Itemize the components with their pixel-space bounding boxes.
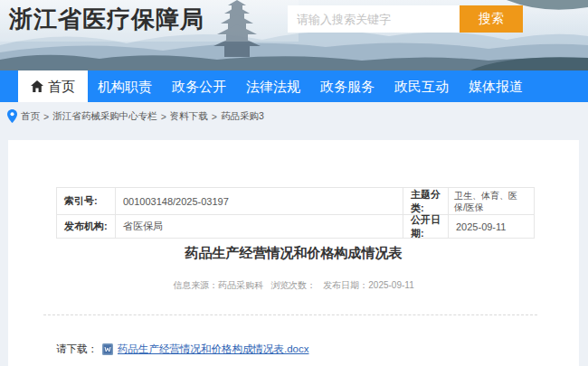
breadcrumb-separator: > bbox=[161, 111, 166, 122]
download-label: 请下载： bbox=[56, 343, 98, 356]
article-title: 药品生产经营情况和价格构成情况表 bbox=[8, 245, 579, 262]
nav-item-home[interactable]: 首页 bbox=[18, 70, 88, 102]
meta-category-label: 主题分类: bbox=[403, 188, 449, 215]
download-row: 请下载： 药品生产经营情况和价格构成情况表.docx bbox=[56, 343, 309, 356]
nav-item-gov-disclosure[interactable]: 政务公开 bbox=[162, 70, 236, 102]
nav-item-gov-services[interactable]: 政务服务 bbox=[310, 70, 384, 102]
info-source-value: 药品采购科 bbox=[218, 280, 263, 290]
page: 浙江省医疗保障局 搜索 首页 机构职责 政务公开 法律法规 政务服务 政民互动 … bbox=[0, 0, 588, 366]
breadcrumb-item-downloads[interactable]: 资料下载 bbox=[170, 110, 208, 123]
home-icon bbox=[31, 80, 43, 92]
meta-category-value: 卫生、体育、医保/医保 bbox=[449, 188, 535, 215]
meta-table: 索引号: 001003148/2025-03197 主题分类: 卫生、体育、医保… bbox=[56, 187, 535, 239]
dashed-separator bbox=[43, 314, 537, 315]
meta-issuer-label: 发布机构: bbox=[57, 215, 116, 239]
breadcrumb-item-current: 药品采购3 bbox=[221, 110, 264, 123]
location-pin-icon bbox=[7, 109, 17, 123]
article-meta: 信息来源：药品采购科浏览次数：发布日期：2025-09-11 bbox=[8, 279, 579, 292]
main-nav: 首页 机构职责 政务公开 法律法规 政务服务 政民互动 媒体报道 bbox=[0, 70, 588, 102]
download-link[interactable]: 药品生产经营情况和价格构成情况表.docx bbox=[118, 343, 309, 356]
search-bar: 搜索 bbox=[288, 5, 523, 33]
nav-item-duties[interactable]: 机构职责 bbox=[88, 70, 162, 102]
meta-date-value: 2025-09-11 bbox=[449, 215, 535, 239]
site-title: 浙江省医疗保障局 bbox=[9, 4, 204, 35]
word-doc-icon bbox=[102, 343, 113, 355]
meta-date-label: 公开日期: bbox=[403, 215, 449, 239]
breadcrumb-separator: > bbox=[212, 111, 217, 122]
search-input[interactable] bbox=[288, 5, 460, 33]
breadcrumb: 首页 > 浙江省药械采购中心专栏 > 资料下载 > 药品采购3 bbox=[7, 109, 264, 123]
meta-index-label: 索引号: bbox=[57, 188, 116, 215]
publish-date: 发布日期：2025-09-11 bbox=[323, 280, 413, 290]
view-count: 浏览次数： bbox=[270, 280, 316, 290]
content-panel: 索引号: 001003148/2025-03197 主题分类: 卫生、体育、医保… bbox=[8, 140, 579, 366]
publish-date-value: 2025-09-11 bbox=[368, 280, 413, 290]
nav-item-label: 首页 bbox=[48, 70, 75, 102]
nav-item-laws[interactable]: 法律法规 bbox=[236, 70, 310, 102]
info-source-label: 信息来源： bbox=[173, 280, 218, 290]
meta-issuer-value: 省医保局 bbox=[116, 215, 403, 239]
site-header: 浙江省医疗保障局 搜索 bbox=[0, 0, 588, 70]
breadcrumb-separator: > bbox=[43, 111, 49, 122]
nav-item-public-interaction[interactable]: 政民互动 bbox=[384, 70, 459, 102]
publish-date-label: 发布日期： bbox=[323, 280, 368, 290]
view-count-label: 浏览次数： bbox=[270, 280, 316, 290]
meta-index-value: 001003148/2025-03197 bbox=[116, 188, 403, 215]
breadcrumb-item-home[interactable]: 首页 bbox=[21, 110, 40, 123]
nav-item-media[interactable]: 媒体报道 bbox=[459, 70, 533, 102]
search-button[interactable]: 搜索 bbox=[460, 5, 523, 33]
info-source: 信息来源：药品采购科 bbox=[173, 280, 263, 290]
breadcrumb-item-procurement-center[interactable]: 浙江省药械采购中心专栏 bbox=[52, 110, 157, 123]
